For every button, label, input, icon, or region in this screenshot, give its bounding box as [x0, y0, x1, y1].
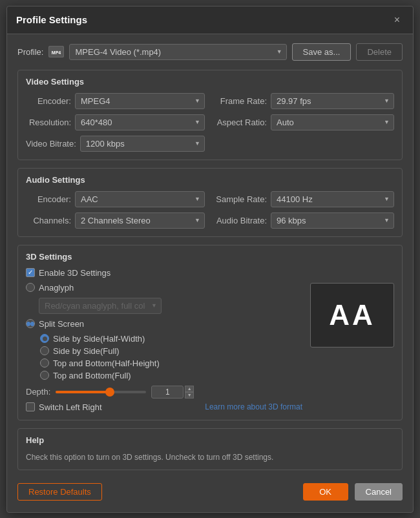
- side-by-side-full-label: Side by Side(Full): [53, 346, 120, 356]
- anaglyph-option-select[interactable]: Red/cyan anaglyph, full color Red/cyan a…: [39, 298, 162, 314]
- anaglyph-label: Anaglyph: [39, 283, 74, 293]
- restore-defaults-button[interactable]: Restore Defaults: [17, 483, 102, 501]
- audio-bitrate-select-wrapper[interactable]: 96 kbps 128 kbps 192 kbps 320 kbps: [271, 212, 394, 229]
- cancel-button[interactable]: Cancel: [355, 483, 403, 501]
- spinner-down-button[interactable]: ▼: [185, 392, 194, 399]
- delete-button[interactable]: Delete: [356, 43, 403, 61]
- top-bottom-full-row: Top and Bottom(Full): [40, 371, 302, 380]
- sample-rate-row: Sample Rate: 44100 Hz 48000 Hz 22050 Hz: [215, 191, 394, 207]
- depth-slider[interactable]: [56, 391, 146, 393]
- audio-settings-title: Audio Settings: [26, 175, 394, 185]
- resolution-select[interactable]: 640*480 1280*720 1920*1080: [75, 114, 205, 130]
- depth-input[interactable]: [151, 386, 184, 399]
- top-bottom-full-label: Top and Bottom(Full): [53, 371, 131, 380]
- depth-slider-fill: [56, 391, 110, 393]
- profile-select-wrapper[interactable]: MPEG-4 Video (*.mp4) AVI Video MKV Video: [69, 44, 286, 60]
- footer-right: OK Cancel: [303, 483, 403, 501]
- audio-settings-grid: Encoder: AAC MP3 OGG Channels:: [26, 191, 394, 229]
- audio-settings-section: Audio Settings Encoder: AAC MP3 OGG: [17, 168, 403, 237]
- video-bitrate-label: Video Bitrate:: [26, 139, 76, 149]
- dialog-title: Profile Settings: [16, 14, 87, 25]
- profile-icon: MP4: [48, 46, 64, 57]
- anaglyph-radio[interactable]: [26, 283, 35, 292]
- sample-rate-select[interactable]: 44100 Hz 48000 Hz 22050 Hz: [271, 191, 394, 207]
- depth-row: Depth: ▲ ▼: [26, 386, 302, 399]
- learn-more-link[interactable]: Learn more about 3D format: [205, 402, 302, 411]
- channels-select-wrapper[interactable]: 2 Channels Stereo 1 Channel Mono 5.1 Sur…: [75, 212, 205, 229]
- encoder-select[interactable]: MPEG4 H.264 H.265: [75, 93, 205, 109]
- profile-row: Profile: MP4 MPEG-4 Video (*.mp4) AVI Vi…: [17, 43, 403, 61]
- frame-rate-select-wrapper[interactable]: 29.97 fps 24 fps 30 fps 60 fps: [271, 93, 394, 109]
- video-bitrate-select-wrapper[interactable]: 1200 kbps 2000 kbps 4000 kbps: [80, 136, 205, 152]
- mp4-icon: MP4: [49, 47, 63, 57]
- anaglyph-option-select-wrapper[interactable]: Red/cyan anaglyph, full color Red/cyan a…: [39, 298, 162, 314]
- enable-3d-checkbox[interactable]: ✓: [26, 268, 35, 277]
- ok-button[interactable]: OK: [303, 483, 348, 501]
- encoder-select-wrapper[interactable]: MPEG4 H.264 H.265: [75, 93, 205, 109]
- top-bottom-half-label: Top and Bottom(Half-Height): [53, 358, 160, 368]
- sub-radio-list: Side by Side(Half-Width) Side by Side(Fu…: [40, 334, 302, 380]
- checkmark-icon: ✓: [28, 269, 33, 276]
- video-settings-left: Encoder: MPEG4 H.264 H.265 Resolution:: [26, 93, 205, 152]
- profile-label: Profile:: [17, 47, 43, 57]
- 3d-left: Anaglyph Red/cyan anaglyph, full color R…: [26, 283, 302, 412]
- help-section: Help Check this option to turn on 3D set…: [17, 428, 403, 470]
- audio-bitrate-label: Audio Bitrate:: [215, 216, 267, 225]
- anaglyph-select-wrapper: Red/cyan anaglyph, full color Red/cyan a…: [39, 298, 302, 314]
- aspect-ratio-select[interactable]: Auto 4:3 16:9: [271, 114, 394, 130]
- audio-encoder-select-wrapper[interactable]: AAC MP3 OGG: [75, 191, 205, 207]
- side-by-side-full-radio[interactable]: [40, 346, 49, 355]
- save-as-button[interactable]: Save as...: [292, 43, 352, 61]
- split-screen-row: Split Screen: [26, 319, 302, 329]
- encoder-row: Encoder: MPEG4 H.264 H.265: [26, 93, 205, 109]
- depth-slider-thumb[interactable]: [105, 388, 114, 397]
- switch-left-right-label: Switch Left Right: [39, 402, 102, 412]
- audio-bitrate-row: Audio Bitrate: 96 kbps 128 kbps 192 kbps…: [215, 212, 394, 229]
- 3d-right: AA: [310, 283, 394, 412]
- channels-select[interactable]: 2 Channels Stereo 1 Channel Mono 5.1 Sur…: [75, 212, 205, 229]
- aspect-ratio-label: Aspect Ratio:: [215, 118, 267, 127]
- top-bottom-full-radio[interactable]: [40, 371, 49, 380]
- audio-settings-left: Encoder: AAC MP3 OGG Channels:: [26, 191, 205, 229]
- video-bitrate-select[interactable]: 1200 kbps 2000 kbps 4000 kbps: [80, 136, 205, 152]
- split-screen-radio[interactable]: [26, 319, 35, 328]
- channels-row: Channels: 2 Channels Stereo 1 Channel Mo…: [26, 212, 205, 229]
- video-bitrate-row: Video Bitrate: 1200 kbps 2000 kbps 4000 …: [26, 136, 205, 152]
- spinner-buttons: ▲ ▼: [185, 386, 194, 399]
- side-by-side-half-label: Side by Side(Half-Width): [53, 334, 145, 344]
- aspect-ratio-select-wrapper[interactable]: Auto 4:3 16:9: [271, 114, 394, 130]
- resolution-select-wrapper[interactable]: 640*480 1280*720 1920*1080: [75, 114, 205, 130]
- switch-left-right-checkbox[interactable]: [26, 402, 35, 411]
- help-title: Help: [26, 435, 394, 445]
- channels-label: Channels:: [26, 216, 71, 225]
- video-settings-section: Video Settings Encoder: MPEG4 H.264 H.26…: [17, 70, 403, 160]
- help-text: Check this option to turn on 3D settings…: [26, 451, 394, 463]
- switch-left-right-row: Switch Left Right Learn more about 3D fo…: [26, 402, 302, 412]
- audio-bitrate-select[interactable]: 96 kbps 128 kbps 192 kbps 320 kbps: [271, 212, 394, 229]
- close-button[interactable]: ×: [390, 13, 404, 27]
- profile-select[interactable]: MPEG-4 Video (*.mp4) AVI Video MKV Video: [69, 44, 286, 60]
- switch-left-right-group: Switch Left Right: [26, 402, 102, 412]
- aspect-ratio-row: Aspect Ratio: Auto 4:3 16:9: [215, 114, 394, 130]
- side-by-side-half-radio[interactable]: [40, 334, 49, 343]
- svg-text:MP4: MP4: [52, 50, 61, 55]
- resolution-label: Resolution:: [26, 118, 71, 127]
- audio-encoder-label: Encoder:: [26, 194, 71, 204]
- frame-rate-select[interactable]: 29.97 fps 24 fps 30 fps 60 fps: [271, 93, 394, 109]
- spinner-up-button[interactable]: ▲: [185, 386, 194, 392]
- side-by-side-full-row: Side by Side(Full): [40, 346, 302, 356]
- sample-rate-select-wrapper[interactable]: 44100 Hz 48000 Hz 22050 Hz: [271, 191, 394, 207]
- footer: Restore Defaults OK Cancel: [17, 479, 403, 503]
- audio-encoder-select[interactable]: AAC MP3 OGG: [75, 191, 205, 207]
- audio-encoder-row: Encoder: AAC MP3 OGG: [26, 191, 205, 207]
- top-bottom-half-radio[interactable]: [40, 358, 49, 368]
- 3d-settings-section: 3D Settings ✓ Enable 3D Settings Anaglyp…: [17, 245, 403, 420]
- video-settings-grid: Encoder: MPEG4 H.264 H.265 Resolution:: [26, 93, 394, 152]
- video-settings-title: Video Settings: [26, 77, 394, 87]
- 3d-body: Anaglyph Red/cyan anaglyph, full color R…: [26, 283, 394, 412]
- 3d-settings-title: 3D Settings: [26, 252, 394, 262]
- depth-label: Depth:: [26, 387, 50, 397]
- sample-rate-label: Sample Rate:: [215, 194, 267, 204]
- enable-3d-row: ✓ Enable 3D Settings: [26, 268, 394, 278]
- dialog-body: Profile: MP4 MPEG-4 Video (*.mp4) AVI Vi…: [7, 34, 413, 512]
